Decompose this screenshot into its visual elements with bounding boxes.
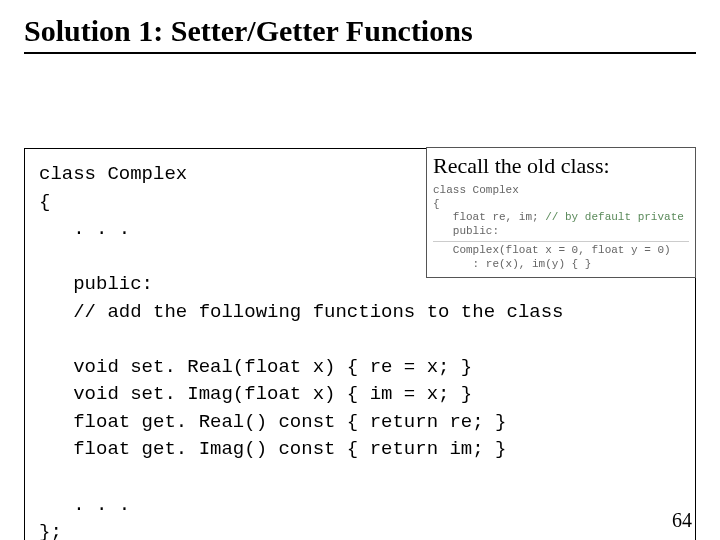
recall-divider: [433, 241, 689, 242]
code-box: class Complex { . . . public: // add the…: [24, 148, 696, 540]
code-line: void set. Real(float x) { re = x; }: [39, 356, 472, 378]
slide-title: Solution 1: Setter/Getter Functions: [24, 14, 696, 48]
recall-code: class Complex { float re, im; // by defa…: [433, 184, 689, 239]
recall-box: Recall the old class: class Complex { fl…: [426, 147, 696, 278]
recall-title: Recall the old class:: [433, 150, 689, 182]
page-number: 64: [672, 509, 692, 532]
code-line: public:: [39, 273, 153, 295]
recall-code: Complex(float x = 0, float y = 0) : re(x…: [433, 244, 689, 272]
recall-line: public:: [433, 225, 499, 237]
slide: Solution 1: Setter/Getter Functions clas…: [0, 0, 720, 540]
code-line: . . .: [39, 494, 130, 516]
recall-line: : re(x), im(y) { }: [433, 258, 591, 270]
recall-line: Complex(float x = 0, float y = 0): [433, 244, 671, 256]
code-line: float get. Real() const { return re; }: [39, 411, 506, 433]
code-line: . . .: [39, 218, 130, 240]
code-line: {: [39, 191, 50, 213]
code-line: class Complex: [39, 163, 187, 185]
recall-line: class Complex: [433, 184, 519, 196]
title-underline: [24, 52, 696, 54]
code-line: void set. Imag(float x) { im = x; }: [39, 383, 472, 405]
recall-line: {: [433, 198, 440, 210]
recall-comment: // by default private: [545, 211, 684, 223]
recall-line: float re, im;: [433, 211, 545, 223]
code-line: float get. Imag() const { return im; }: [39, 438, 506, 460]
code-line: // add the following functions to the cl…: [39, 301, 564, 323]
code-line: };: [39, 521, 62, 540]
